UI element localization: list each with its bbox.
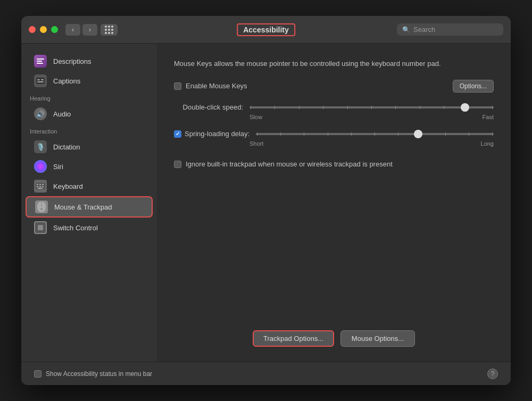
minimize-button[interactable]: [40, 26, 47, 33]
window-title: Accessibility: [237, 23, 295, 36]
close-button[interactable]: [29, 26, 36, 33]
siri-icon: [34, 160, 47, 173]
spring-loading-slider[interactable]: [256, 130, 494, 138]
hearing-section-label: Hearing: [21, 91, 157, 104]
spring-loading-range-labels: Short Long: [250, 140, 494, 147]
traffic-lights: [29, 26, 58, 33]
grid-icon: [105, 26, 113, 34]
trackpad-options-button[interactable]: Trackpad Options...: [253, 330, 334, 347]
enable-mouse-keys-left: Enable Mouse Keys: [174, 82, 247, 90]
show-status-checkbox[interactable]: [34, 370, 41, 378]
spring-loading-label: Spring-loading delay:: [185, 130, 250, 138]
svg-rect-13: [42, 186, 44, 187]
svg-rect-4: [37, 79, 40, 80]
mouse-trackpad-icon: [35, 200, 48, 213]
double-click-thumb[interactable]: [461, 103, 469, 112]
switch-control-icon: [34, 221, 47, 234]
forward-button[interactable]: ›: [82, 24, 97, 36]
keyboard-icon: [34, 180, 47, 193]
search-input[interactable]: Search: [413, 26, 435, 34]
spring-loading-track: [256, 133, 494, 135]
sidebar-item-siri[interactable]: Siri: [26, 157, 153, 176]
sidebar-item-captions[interactable]: Captions: [26, 71, 153, 90]
back-button[interactable]: ‹: [65, 24, 80, 36]
svg-rect-11: [37, 186, 38, 187]
double-click-speed-slider[interactable]: [250, 103, 494, 112]
audio-icon: 🔊: [34, 107, 47, 120]
svg-rect-14: [38, 188, 43, 189]
titlebar: ‹ › Accessibility 🔍 Search: [21, 16, 511, 44]
sidebar-item-keyboard[interactable]: Keyboard: [26, 177, 153, 196]
bottom-buttons: Trackpad Options... Mouse Options...: [174, 330, 494, 347]
double-click-speed-section: Double-click speed:: [174, 103, 494, 120]
spring-loading-checkbox[interactable]: ✓: [174, 130, 181, 138]
descriptions-icon: [34, 55, 47, 68]
mouse-trackpad-label: Mouse & Trackpad: [54, 203, 112, 211]
double-click-range-labels: Slow Fast: [250, 114, 494, 120]
options-button[interactable]: Options...: [453, 80, 494, 93]
sidebar-item-mouse-trackpad[interactable]: Mouse & Trackpad: [26, 196, 153, 218]
double-click-ticks: [250, 106, 494, 109]
double-click-track: [250, 106, 494, 108]
audio-label: Audio: [53, 110, 71, 118]
enable-mouse-keys-checkbox[interactable]: [174, 82, 181, 90]
nav-buttons: ‹ ›: [65, 24, 97, 36]
ignore-trackpad-label: Ignore built-in trackpad when mouse or w…: [186, 160, 393, 169]
sidebar: Descriptions Captions Hearing 🔊 Audio In…: [21, 44, 157, 362]
sidebar-item-audio[interactable]: 🔊 Audio: [26, 104, 153, 123]
keyboard-label: Keyboard: [53, 182, 83, 190]
enable-mouse-keys-label: Enable Mouse Keys: [186, 82, 247, 90]
sidebar-item-descriptions[interactable]: Descriptions: [26, 52, 153, 71]
show-status-label: Show Accessibility status in menu bar: [46, 370, 152, 378]
search-box[interactable]: 🔍 Search: [397, 23, 503, 36]
svg-rect-9: [39, 184, 41, 185]
footer: Show Accessibility status in menu bar ?: [21, 362, 511, 385]
description-text: Mouse Keys allows the mouse pointer to b…: [174, 59, 494, 69]
ignore-trackpad-row: Ignore built-in trackpad when mouse or w…: [174, 160, 494, 169]
sidebar-item-dictation[interactable]: 🎙️ Dictation: [26, 137, 153, 156]
svg-rect-8: [37, 184, 38, 185]
svg-rect-1: [37, 61, 42, 62]
spring-loading-short: Short: [250, 140, 263, 147]
interaction-section-label: Interaction: [21, 124, 157, 137]
ignore-trackpad-checkbox[interactable]: [174, 161, 181, 168]
enable-mouse-keys-row: Enable Mouse Keys Options...: [174, 80, 494, 93]
siri-label: Siri: [53, 163, 63, 171]
search-icon: 🔍: [402, 26, 410, 34]
captions-icon: [34, 74, 47, 87]
spring-loading-long: Long: [481, 140, 494, 147]
double-click-slow: Slow: [250, 114, 262, 120]
spring-loading-row: ✓ Spring-loading delay:: [174, 130, 494, 138]
double-click-speed-row: Double-click speed:: [174, 103, 494, 112]
svg-rect-6: [37, 81, 44, 82]
grid-view-button[interactable]: [101, 24, 118, 36]
svg-rect-2: [37, 63, 43, 64]
dictation-icon: 🎙️: [34, 140, 47, 153]
spring-loading-left: ✓ Spring-loading delay:: [174, 130, 250, 138]
svg-rect-10: [42, 184, 44, 185]
captions-label: Captions: [53, 77, 80, 85]
svg-rect-5: [41, 79, 44, 80]
double-click-speed-label: Double-click speed:: [174, 103, 243, 111]
dictation-label: Dictation: [53, 143, 80, 151]
spring-loading-ticks: [256, 132, 494, 136]
svg-rect-12: [39, 186, 41, 187]
main-content: Mouse Keys allows the mouse pointer to b…: [157, 44, 511, 362]
descriptions-label: Descriptions: [53, 57, 92, 65]
sidebar-item-switch-control[interactable]: Switch Control: [26, 218, 153, 237]
svg-rect-0: [37, 59, 44, 60]
maximize-button[interactable]: [51, 26, 58, 33]
mouse-options-button[interactable]: Mouse Options...: [340, 330, 415, 347]
footer-left: Show Accessibility status in menu bar: [34, 370, 152, 378]
svg-rect-3: [36, 78, 45, 84]
svg-point-17: [40, 208, 43, 210]
switch-control-label: Switch Control: [53, 224, 98, 232]
double-click-fast: Fast: [483, 114, 494, 120]
spring-loading-thumb[interactable]: [414, 130, 422, 138]
body: Descriptions Captions Hearing 🔊 Audio In…: [21, 44, 511, 362]
spring-loading-section: ✓ Spring-loading delay:: [174, 130, 494, 147]
help-button[interactable]: ?: [487, 369, 498, 379]
